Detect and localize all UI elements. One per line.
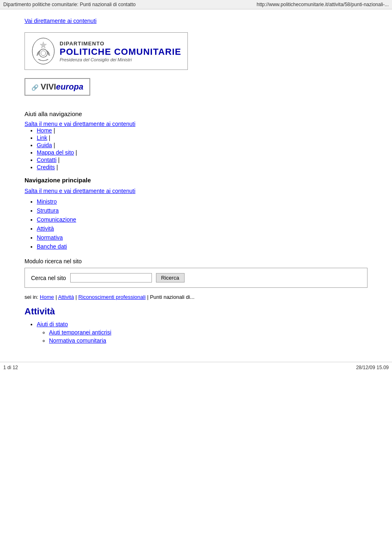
breadcrumb-attivita[interactable]: Attività <box>58 294 74 300</box>
list-item: Attività <box>37 225 368 232</box>
timestamp: 28/12/09 15.09 <box>356 365 389 370</box>
search-label: Cerca nel sito <box>31 275 66 281</box>
list-item: Mappa del sito | <box>37 149 368 156</box>
list-item: Struttura <box>37 207 368 214</box>
aiuti-temporanei-link[interactable]: Aiuti temporanei anticrisi <box>49 329 111 336</box>
main-nav-list: Ministro Struttura Comunicazione Attivit… <box>24 198 368 250</box>
skip-link-top: Vai direttamente ai contenuti <box>24 18 368 24</box>
accessibility-nav-list: Home | Link | Guida | Mappa del sito | C… <box>24 127 368 170</box>
bottom-bar: 1 di 12 28/12/09 15.09 <box>0 362 392 373</box>
vivieuropa-vivi: VIVI <box>41 82 56 91</box>
list-item: Banche dati <box>37 243 368 250</box>
nav-guida-link[interactable]: Guida <box>37 142 52 148</box>
breadcrumb-current: Punti nazionali di... <box>150 294 194 300</box>
svg-point-4 <box>36 54 39 56</box>
search-box: Cerca nel sito Ricerca <box>24 268 368 288</box>
attivita-sub-list: Aiuti temporanei anticrisi Normativa com… <box>37 329 368 344</box>
attivita-list: Aiuti di stato Aiuti temporanei anticris… <box>24 321 368 344</box>
list-item: Aiuti di stato Aiuti temporanei anticris… <box>37 321 368 344</box>
page-content: Vai direttamente ai contenuti <box>0 9 392 354</box>
list-item: Ministro <box>37 198 368 205</box>
list-item: Link | <box>37 135 368 141</box>
list-item: Guida | <box>37 142 368 148</box>
skip-link-main-nav-anchor[interactable]: Salta il menu e vai direttamente ai cont… <box>24 188 136 194</box>
svg-point-3 <box>41 51 46 56</box>
skip-link-top-anchor[interactable]: Vai direttamente ai contenuti <box>24 18 96 24</box>
list-item: Aiuti temporanei anticrisi <box>49 329 368 336</box>
nav-mappa-link[interactable]: Mappa del sito <box>37 149 74 156</box>
search-button[interactable]: Ricerca <box>156 273 185 282</box>
skip-link-nav-anchor[interactable]: Salta il menu e vai direttamente ai cont… <box>24 121 136 127</box>
attivita-title: Attività <box>24 306 368 317</box>
skip-link-nav: Salta il menu e vai direttamente ai cont… <box>24 121 368 127</box>
logo-top-text: DIPARTIMENTO <box>60 40 181 47</box>
svg-marker-1 <box>40 42 47 48</box>
search-section-title: Modulo ricerca nel sito <box>24 258 368 265</box>
nav-normativa-link[interactable]: Normativa <box>37 234 63 241</box>
vivieuropa-logo: 🔗 VIVIeuropa <box>31 82 83 91</box>
nav-section-title: Aiuti alla navigazione <box>24 110 368 117</box>
browser-bar: Dipartimento politiche comunitarie: Punt… <box>0 0 392 9</box>
emblem-icon <box>31 37 56 65</box>
list-item: Contatti | <box>37 157 368 163</box>
nav-ministro-link[interactable]: Ministro <box>37 198 57 205</box>
breadcrumb: sei in: Home | Attività | Riconoscimenti… <box>24 294 368 300</box>
breadcrumb-riconoscimenti[interactable]: Riconoscimenti professionali <box>78 294 146 300</box>
page-count: 1 di 12 <box>3 365 18 370</box>
aiuti-di-stato-link[interactable]: Aiuti di stato <box>37 321 68 327</box>
list-item: Normativa <box>37 234 368 241</box>
main-nav-title: Navigazione principale <box>24 177 368 184</box>
search-input[interactable] <box>70 273 152 282</box>
nav-banche-dati-link[interactable]: Banche dati <box>37 243 67 250</box>
svg-point-6 <box>48 54 51 56</box>
logo-box: DIPARTIMENTO POLITICHE COMUNITARIE Presi… <box>24 32 188 70</box>
logo-main-text: POLITICHE COMUNITARIE <box>60 47 181 57</box>
list-item: Comunicazione <box>37 216 368 223</box>
nav-struttura-link[interactable]: Struttura <box>37 207 59 214</box>
nav-link-link[interactable]: Link <box>37 135 47 141</box>
vivieuropa-box[interactable]: 🔗 VIVIeuropa <box>24 78 90 96</box>
vivieuropa-europa: europa <box>56 82 83 91</box>
nav-contatti-link[interactable]: Contatti <box>37 157 56 163</box>
list-item: Credits | <box>37 164 368 170</box>
nav-credits-link[interactable]: Credits <box>37 164 55 170</box>
list-item: Home | <box>37 127 368 134</box>
list-item: Normativa comunitaria <box>49 337 368 344</box>
logo-text-block: DIPARTIMENTO POLITICHE COMUNITARIE Presi… <box>60 40 181 62</box>
browser-title: Dipartimento politiche comunitarie: Punt… <box>3 2 136 7</box>
logo-dipartimento: DIPARTIMENTO POLITICHE COMUNITARIE Presi… <box>31 37 181 65</box>
logo-sub-text: Presidenza del Consiglio dei Ministri <box>60 57 181 62</box>
normativa-comunitaria-link[interactable]: Normativa comunitaria <box>49 337 106 344</box>
svg-point-2 <box>39 49 47 57</box>
skip-link-main-nav: Salta il menu e vai direttamente ai cont… <box>24 188 368 194</box>
breadcrumb-prefix: sei in: <box>24 294 38 300</box>
browser-url: http://www.politichecomunitarie.it/attiv… <box>257 2 389 7</box>
nav-home-link[interactable]: Home <box>37 127 52 134</box>
nav-comunicazione-link[interactable]: Comunicazione <box>37 216 76 223</box>
breadcrumb-home[interactable]: Home <box>40 294 54 300</box>
nav-attivita-link[interactable]: Attività <box>37 225 54 232</box>
